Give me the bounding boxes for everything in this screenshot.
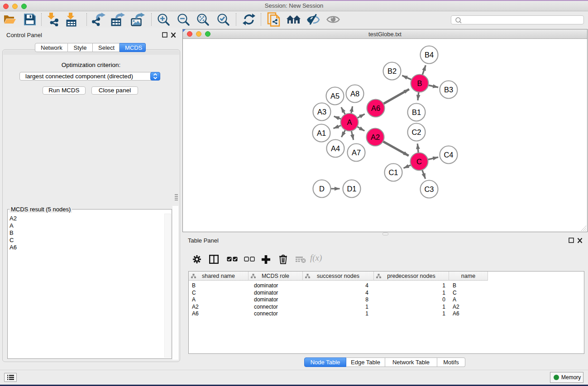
svg-text:B: B (417, 79, 422, 87)
svg-text:D: D (319, 185, 325, 193)
svg-text:A2: A2 (371, 133, 380, 141)
svg-text:B1: B1 (412, 108, 421, 116)
svg-text:C3: C3 (424, 185, 434, 193)
svg-text:A1: A1 (317, 129, 326, 137)
svg-text:C1: C1 (388, 168, 398, 176)
svg-text:A7: A7 (352, 148, 361, 157)
svg-text:D1: D1 (347, 185, 356, 193)
svg-text:B4: B4 (425, 51, 434, 59)
svg-text:A3: A3 (317, 108, 326, 116)
svg-text:B3: B3 (444, 86, 453, 94)
svg-text:A5: A5 (330, 92, 339, 100)
svg-text:B2: B2 (387, 67, 397, 75)
svg-text:C2: C2 (411, 128, 421, 136)
svg-text:A6: A6 (371, 104, 380, 112)
svg-text:A8: A8 (350, 90, 359, 98)
svg-text:A4: A4 (331, 144, 340, 152)
svg-text:A: A (347, 118, 352, 126)
svg-text:C: C (416, 157, 422, 166)
svg-text:C4: C4 (444, 151, 453, 159)
